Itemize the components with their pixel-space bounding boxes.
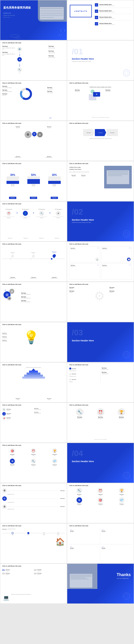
- slide-title: · · · · · · · · · · · · ·· · · · · · · ·…: [0, 0, 67, 40]
- contents-label: cONTEnTS: [74, 10, 88, 12]
- slide-section01: · · · · · ·· · · · · ·· · · · · ·· · · ·…: [67, 40, 134, 80]
- slide-13: Click to edit Master title style Text he…: [0, 242, 67, 282]
- svg-point-3: [23, 91, 30, 98]
- slide-section04: · · · · · ·· · · · · ·· · · · · ·· · · ·…: [67, 443, 134, 483]
- slide-29: Click to edit Master title style 01 Text…: [0, 564, 67, 604]
- slide-20: Click to edit Master title style ✓ Text …: [67, 362, 134, 403]
- slide-8: Click to edit Master title style Text he…: [67, 121, 134, 161]
- title-text: 蓝色系商务极简风模板: [3, 6, 31, 9]
- slide-26: Click to edit Master title style 🔧 Text …: [67, 483, 134, 523]
- slide-section03: · · · · · ·· · · · · ·· · · · · ·· · · ·…: [67, 322, 134, 362]
- thanks-text: Thanks: [117, 573, 131, 577]
- slide-contents: cONTEnTS 01 Section Header Here Unified …: [67, 0, 134, 40]
- section02-sub: Unified fonts make reading more fluent.: [72, 222, 94, 223]
- slide-23: Click to edit Master title style 🎯 Text …: [0, 443, 67, 483]
- slide-5-title: Click to edit Master title style: [2, 82, 21, 84]
- section01-sub: Unified fonts make reading more fluent.: [72, 61, 94, 62]
- slide-thanks: · · · · · ·· · · · · ·· · · · · ·· · · ·…: [67, 564, 134, 604]
- slide-16: Click to edit Master title style Text he…: [67, 282, 134, 322]
- slide-3-title: Click to edit Master title style: [2, 42, 21, 44]
- section02-header: Section Header Here: [72, 219, 94, 221]
- slide-19: Click to edit Master title style Unified…: [0, 362, 67, 403]
- slide-21: Click to edit Master title style 🔧 Text …: [0, 403, 67, 443]
- section04-header: Section Header Here: [72, 460, 94, 463]
- thanks-sub: Insert Your Slogan Here: [117, 578, 131, 579]
- slide-22: Click to edit Master title style 🔧 Text …: [67, 403, 134, 443]
- slide-10: Click to edit Master title style Unified…: [67, 161, 134, 201]
- slide-section02: · · · · · ·· · · · · ·· · · · · ·· · · ·…: [67, 201, 134, 242]
- slide-27: Click to edit Master title style Text he…: [0, 523, 67, 564]
- subtitle-text: Subtitle here: [3, 12, 11, 14]
- slide-5: Click to edit Master title style Text he…: [0, 80, 67, 121]
- slide-25: Click to edit Master title style ⚙ Text …: [0, 483, 67, 523]
- slide-9: Click to edit Master title style 30% Tex…: [0, 161, 67, 201]
- slide-15: Click to edit Master title style ⚙ ⚙ ⚙ E…: [0, 282, 67, 322]
- slide-7: Click to edit Master title style Text he…: [0, 121, 67, 161]
- slide-3: Click to edit Master title style Text he…: [0, 40, 67, 80]
- slide-17: Click to edit Master title style Text he…: [0, 322, 67, 362]
- slide-6: Click to edit Master title style Unified…: [67, 80, 134, 121]
- slide-14: Click to edit Master title style 01 Text…: [67, 242, 134, 282]
- website-text: website.slide.cc: [3, 17, 10, 18]
- section03-header: Section Header Here: [72, 339, 94, 342]
- slide-11: Click to edit Master title style 01 Keyw…: [0, 201, 67, 242]
- section01-header: Section Header Here: [72, 58, 94, 60]
- speaker-text: Speaker name and title: [3, 15, 15, 16]
- slide-28: Click to edit Master title style 01 Text…: [67, 523, 134, 564]
